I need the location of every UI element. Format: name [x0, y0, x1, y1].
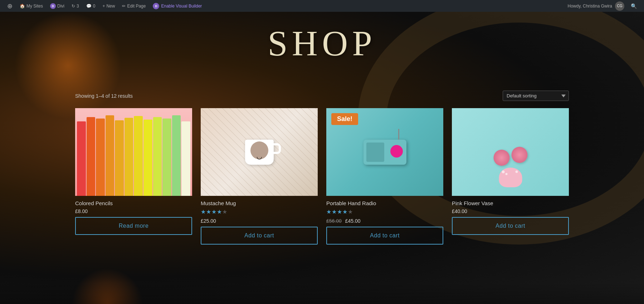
- star-4: ★: [217, 208, 222, 215]
- product-name-radio: Portable Hand Radio: [326, 200, 443, 206]
- product-stars-mug: ★ ★ ★ ★ ★: [201, 208, 318, 215]
- comments-count: 0: [93, 4, 96, 9]
- updates-button[interactable]: ↻ 3: [68, 0, 83, 12]
- bokeh-bottom: [72, 268, 143, 304]
- sale-badge-radio: Sale!: [331, 113, 358, 125]
- star-2: ★: [332, 208, 337, 215]
- star-3: ★: [337, 208, 342, 215]
- wp-icon: ⊕: [7, 2, 13, 10]
- mug-shape: ◡: [245, 140, 274, 165]
- wp-logo-button[interactable]: ⊕: [4, 0, 16, 12]
- radio-antenna: [398, 129, 399, 140]
- product-card-radio[interactable]: Sale! Portable Hand Radio ★ ★ ★ ★ ★: [326, 108, 443, 245]
- radio-dial: [390, 145, 403, 158]
- edit-page-label: Edit Page: [127, 4, 146, 9]
- radio-speaker: [366, 143, 384, 162]
- product-image-radio[interactable]: Sale!: [326, 108, 443, 196]
- new-button[interactable]: + New: [99, 0, 118, 12]
- comments-button[interactable]: 💬 0: [83, 0, 99, 12]
- enable-visual-builder-label: Enable Visual Builder: [161, 4, 202, 9]
- product-stars-radio: ★ ★ ★ ★ ★: [326, 208, 443, 215]
- updates-count: 3: [77, 4, 79, 9]
- add-to-cart-button-radio[interactable]: Add to cart: [326, 227, 443, 245]
- add-to-cart-button-flower[interactable]: Add to cart: [452, 217, 569, 235]
- my-sites-label: My Sites: [26, 4, 43, 9]
- comments-icon: 💬: [86, 4, 92, 9]
- divi-circle-icon: D: [153, 3, 159, 9]
- sort-select[interactable]: Default sorting Sort by popularity Sort …: [503, 91, 569, 101]
- my-sites-button[interactable]: 🏠 My Sites: [16, 0, 47, 12]
- product-price-pencils: £8.00: [75, 208, 192, 214]
- product-name-flower: Pink Flower Vase: [452, 200, 569, 206]
- product-card-flower[interactable]: Pink Flower Vase £40.00 Add to cart: [452, 108, 569, 245]
- product-card-mug[interactable]: ◡ Mustache Mug ★ ★ ★ ★ ★ £25.00 Add to c…: [201, 108, 318, 245]
- sale-price: £45.00: [345, 218, 361, 224]
- add-to-cart-button-mug[interactable]: Add to cart: [201, 227, 318, 245]
- product-price-mug: £25.00: [201, 218, 318, 224]
- product-image-flower[interactable]: [452, 108, 569, 196]
- user-avatar[interactable]: CG: [615, 1, 624, 11]
- product-card-pencils[interactable]: Colored Pencils £8.00 Read more: [75, 108, 192, 245]
- product-price-radio: £56.00 £45.00: [326, 218, 443, 224]
- main-content: SHOP Showing 1–4 of 12 results Default s…: [0, 12, 644, 304]
- star-5: ★: [348, 208, 353, 215]
- product-name-pencils: Colored Pencils: [75, 200, 192, 206]
- product-name-mug: Mustache Mug: [201, 200, 318, 206]
- enable-visual-builder-button[interactable]: D Enable Visual Builder: [149, 0, 205, 12]
- results-bar: Showing 1–4 of 12 results Default sortin…: [75, 91, 569, 101]
- star-5: ★: [222, 208, 227, 215]
- new-label: New: [106, 4, 115, 9]
- original-price: £56.00: [326, 218, 342, 224]
- star-1: ★: [326, 208, 331, 215]
- products-grid: Colored Pencils £8.00 Read more ◡: [75, 108, 569, 245]
- sites-icon: 🏠: [20, 4, 25, 9]
- mustache-icon: ◡: [257, 153, 262, 160]
- mug-handle: [274, 143, 281, 154]
- star-2: ★: [206, 208, 211, 215]
- admin-bar-right: Howdy, Christina Gwira CG 🔍: [568, 1, 640, 11]
- star-1: ★: [201, 208, 206, 215]
- updates-icon: ↻: [72, 4, 75, 9]
- product-image-mug[interactable]: ◡: [201, 108, 318, 196]
- edit-page-button[interactable]: ✏ Edit Page: [118, 0, 149, 12]
- results-count: Showing 1–4 of 12 results: [75, 93, 133, 99]
- howdy-text: Howdy, Christina Gwira: [568, 4, 612, 9]
- product-price-flower: £40.00: [452, 208, 569, 214]
- star-3: ★: [211, 208, 216, 215]
- plus-icon: +: [102, 4, 105, 9]
- pencil-icon: ✏: [122, 4, 126, 9]
- divi-label: Divi: [57, 4, 64, 9]
- shop-content: Showing 1–4 of 12 results Default sortin…: [75, 91, 569, 245]
- search-icon[interactable]: 🔍: [627, 3, 640, 9]
- product-image-pencils[interactable]: [75, 108, 192, 196]
- admin-bar: ⊕ 🏠 My Sites D Divi ↻ 3 💬 0 + New ✏ Edit…: [0, 0, 644, 12]
- divi-logo-icon: D: [50, 3, 56, 9]
- star-4: ★: [342, 208, 347, 215]
- radio-body: [364, 140, 406, 165]
- read-more-button-pencils[interactable]: Read more: [75, 217, 192, 235]
- divi-button[interactable]: D Divi: [47, 0, 68, 12]
